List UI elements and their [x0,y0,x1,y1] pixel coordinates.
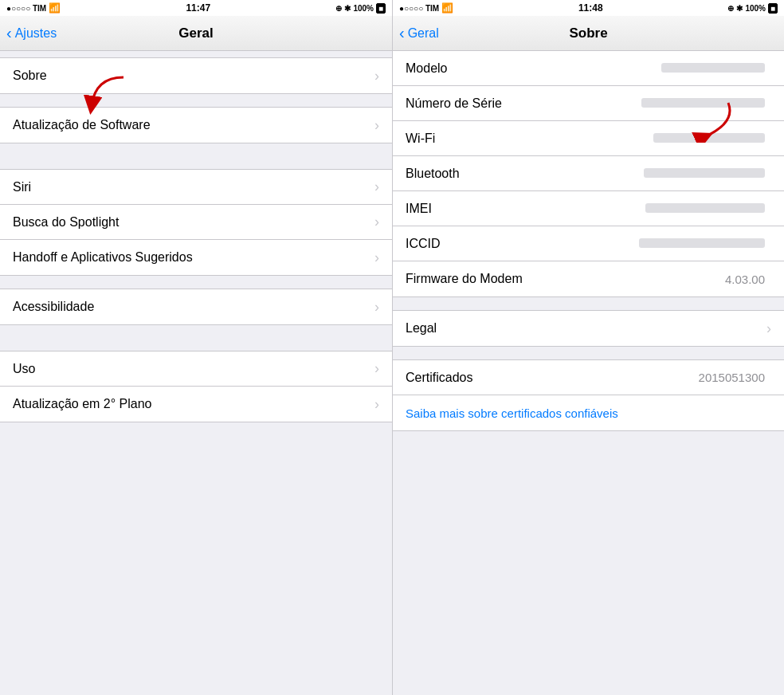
spacer-3 [0,276,392,289]
left-section-1: Sobre › [0,57,392,94]
sobre-chevron-icon: › [374,68,379,84]
iccid-value [639,237,765,250]
acessibilidade-label: Acessibilidade [13,300,374,314]
left-loc-icon: ⊕ [335,4,342,13]
atualizacao-software-label: Atualização de Software [13,118,374,132]
modelo-blurred [661,63,765,73]
left-top-spacer [0,51,392,57]
spacer-2b [0,156,392,169]
imei-value [645,202,765,215]
spacer-4 [0,325,392,338]
right-info-section: Modelo Número de Série Wi-Fi [393,51,784,297]
certificados-value: 2015051300 [699,371,765,384]
left-carrier: ●○○○○ TIM [6,4,46,13]
right-panel: ●○○○○ TIM 📶 11:48 ⊕ ✱ 100% ■ ‹ Geral Sob… [392,0,784,695]
wifi-value [653,132,765,145]
left-section-2: Atualização de Software › [0,107,392,143]
right-status-right: ⊕ ✱ 100% ■ [727,3,778,14]
saiba-mais-row[interactable]: Saiba mais sobre certificados confiáveis [393,395,784,430]
left-status-left: ●○○○○ TIM 📶 [6,2,61,14]
handoff-row[interactable]: Handoff e Aplicativos Sugeridos › [0,240,392,275]
numero-serie-row: Número de Série [393,86,784,121]
right-nav-title: Sobre [569,26,607,41]
iccid-blurred [639,238,765,248]
left-section-5: Uso › Atualização em 2° Plano › [0,351,392,422]
sobre-label: Sobre [13,69,374,83]
legal-row[interactable]: Legal › [393,311,784,346]
right-wifi-icon: 📶 [441,2,453,14]
iccid-label: ICCID [406,237,639,251]
cert-section: Certificados 2015051300 Saiba mais sobre… [393,359,784,431]
atualizacao-plano-chevron-icon: › [374,396,379,413]
right-spacer-1 [393,297,784,310]
numero-serie-label: Número de Série [406,96,641,111]
atualizacao-plano-label: Atualização em 2° Plano [13,397,374,411]
right-status-left: ●○○○○ TIM 📶 [399,2,453,14]
busca-spotlight-row[interactable]: Busca do Spotlight › [0,205,392,240]
left-back-chevron-icon: ‹ [6,24,12,42]
left-section-3: Siri › Busca do Spotlight › Handoff e Ap… [0,169,392,276]
left-section-4: Acessibilidade › [0,289,392,325]
firmware-label: Firmware do Modem [406,272,725,286]
acessibilidade-chevron-icon: › [374,299,379,316]
right-loc-icon: ⊕ [727,4,734,13]
left-panel: ●○○○○ TIM 📶 11:47 ⊕ ✱ 100% ■ ‹ Ajustes G… [0,0,392,695]
sobre-row[interactable]: Sobre › [0,58,392,93]
siri-chevron-icon: › [374,179,379,195]
left-time: 11:47 [186,2,210,14]
right-carrier: ●○○○○ TIM [399,4,439,13]
uso-label: Uso [13,362,374,376]
modelo-label: Modelo [406,61,661,76]
saiba-mais-link[interactable]: Saiba mais sobre certificados confiáveis [406,406,618,420]
right-bt-icon: ✱ [736,4,743,13]
imei-blurred [645,203,765,213]
imei-row: IMEI [393,191,784,226]
imei-label: IMEI [406,202,645,216]
wifi-blurred [653,133,765,143]
left-wifi-icon: 📶 [49,2,61,14]
right-back-button[interactable]: ‹ Geral [399,24,439,42]
right-status-bar: ●○○○○ TIM 📶 11:48 ⊕ ✱ 100% ■ [393,0,784,16]
legal-section: Legal › [393,310,784,347]
left-content: Sobre › Atualização de Software › Siri ›… [0,51,392,695]
acessibilidade-row[interactable]: Acessibilidade › [0,289,392,324]
left-status-right: ⊕ ✱ 100% ■ [335,3,386,14]
siri-label: Siri [13,180,374,194]
right-content: Modelo Número de Série Wi-Fi [393,51,784,695]
atualizacao-plano-row[interactable]: Atualização em 2° Plano › [0,387,392,422]
bluetooth-value [644,167,765,180]
busca-chevron-icon: › [374,214,379,230]
left-nav-title: Geral [178,26,213,41]
left-status-bar: ●○○○○ TIM 📶 11:47 ⊕ ✱ 100% ■ [0,0,392,16]
legal-label: Legal [406,321,766,336]
bluetooth-row: Bluetooth [393,156,784,191]
modelo-row: Modelo [393,51,784,86]
left-battery: 100% [353,4,374,13]
numero-serie-value [641,96,765,110]
right-spacer-2 [393,347,784,359]
spacer-2 [0,143,392,156]
handoff-chevron-icon: › [374,249,379,266]
right-time: 11:48 [578,2,603,14]
right-battery: 100% [745,4,766,13]
atualizacao-software-row[interactable]: Atualização de Software › [0,108,392,143]
right-back-label: Geral [408,26,439,41]
right-nav-bar: ‹ Geral Sobre [393,16,784,51]
siri-row[interactable]: Siri › [0,170,392,205]
uso-chevron-icon: › [374,360,379,377]
firmware-value: 4.03.00 [725,273,765,286]
certificados-label: Certificados [406,371,699,385]
uso-row[interactable]: Uso › [0,351,392,387]
busca-spotlight-label: Busca do Spotlight [13,215,374,230]
left-back-label: Ajustes [15,26,57,41]
wifi-label: Wi-Fi [406,132,653,146]
left-battery-icon: ■ [376,3,386,14]
legal-chevron-icon: › [766,320,771,337]
bluetooth-label: Bluetooth [406,167,644,181]
modelo-value [661,61,765,75]
left-bt-icon: ✱ [344,4,351,13]
left-back-button[interactable]: ‹ Ajustes [6,24,57,42]
left-nav-bar: ‹ Ajustes Geral [0,16,392,51]
bluetooth-blurred [644,168,765,178]
right-back-chevron-icon: ‹ [399,24,405,42]
